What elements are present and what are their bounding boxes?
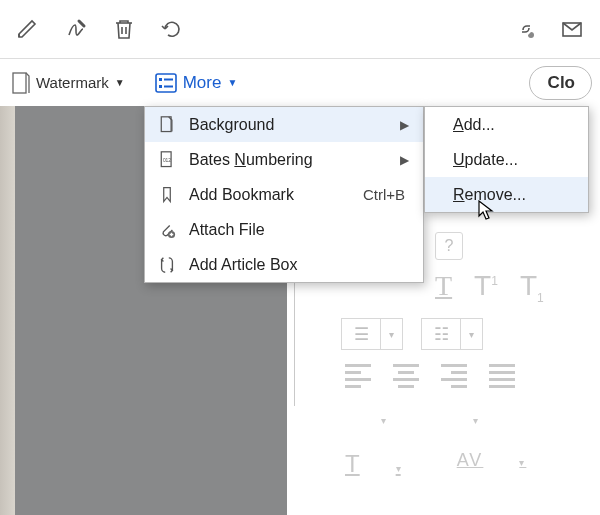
- submenu-arrow-icon: ▶: [400, 118, 411, 132]
- svg-text:012: 012: [163, 157, 171, 162]
- submenu-item-remove[interactable]: Remove...: [425, 177, 588, 212]
- trash-icon[interactable]: [110, 15, 138, 43]
- menu-item-bates-numbering[interactable]: 012 Bates Numbering ▶: [145, 142, 423, 177]
- pencil-icon[interactable]: [14, 15, 42, 43]
- mouse-cursor-icon: [478, 200, 496, 225]
- menu-item-label: Attach File: [189, 221, 411, 239]
- link-cloud-icon[interactable]: [512, 15, 540, 43]
- bates-icon: 012: [157, 150, 177, 170]
- more-label: More: [183, 73, 222, 93]
- caret-down-icon: ▼: [227, 77, 237, 88]
- close-label: Clo: [548, 73, 575, 93]
- menu-item-shortcut: Ctrl+B: [363, 186, 411, 203]
- article-icon: [157, 255, 177, 275]
- menu-item-add-article-box[interactable]: Add Article Box: [145, 247, 423, 282]
- more-menu: Background ▶ 012 Bates Numbering ▶ Add B…: [144, 106, 424, 283]
- submenu-item-add[interactable]: Add...: [425, 107, 588, 142]
- menu-item-label: Background: [189, 116, 388, 134]
- watermark-label: Watermark: [36, 74, 109, 91]
- submenu-item-update[interactable]: Update...: [425, 142, 588, 177]
- background-submenu: Add... Update... Remove...: [424, 106, 589, 213]
- svg-rect-1: [13, 73, 26, 93]
- toolbar-left-group: [8, 15, 186, 43]
- top-toolbar: [0, 0, 600, 58]
- svg-rect-6: [164, 85, 173, 87]
- envelope-icon[interactable]: [558, 15, 586, 43]
- menu-item-label: Update...: [453, 151, 576, 169]
- menu-item-attach-file[interactable]: Attach File: [145, 212, 423, 247]
- page-icon: [157, 115, 177, 135]
- sign-icon[interactable]: [62, 15, 90, 43]
- page-icon: [12, 72, 30, 94]
- menu-item-background[interactable]: Background ▶: [145, 107, 423, 142]
- attach-icon: [157, 220, 177, 240]
- submenu-arrow-icon: ▶: [400, 153, 411, 167]
- menu-item-label: Add Bookmark: [189, 186, 351, 204]
- svg-rect-3: [159, 78, 162, 81]
- close-button[interactable]: Clo: [529, 66, 592, 100]
- svg-rect-5: [159, 85, 162, 88]
- svg-rect-4: [164, 78, 173, 80]
- svg-rect-2: [156, 74, 176, 92]
- menu-item-label: Bates Numbering: [189, 151, 388, 169]
- watermark-dropdown[interactable]: Watermark ▼: [8, 70, 129, 96]
- bookmark-icon: [157, 185, 177, 205]
- secondary-toolbar: Watermark ▼ More ▼ Clo: [0, 59, 600, 106]
- toolbar-right-group: [512, 15, 592, 43]
- menu-item-label: Add...: [453, 116, 576, 134]
- menu-item-add-bookmark[interactable]: Add Bookmark Ctrl+B: [145, 177, 423, 212]
- menu-item-label: Remove...: [453, 186, 576, 204]
- list-icon: [155, 73, 177, 93]
- document-thumbnail-strip: [0, 106, 15, 515]
- rotate-icon[interactable]: [158, 15, 186, 43]
- menu-item-label: Add Article Box: [189, 256, 411, 274]
- more-dropdown[interactable]: More ▼: [155, 73, 238, 93]
- svg-rect-9: [161, 116, 171, 131]
- caret-down-icon: ▼: [115, 77, 125, 88]
